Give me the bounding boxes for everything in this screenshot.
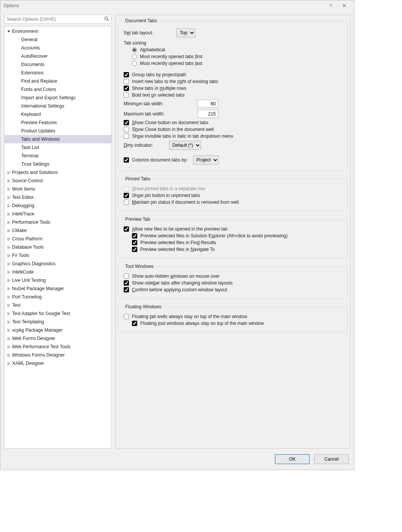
chevron-right-icon (6, 320, 11, 324)
close-button[interactable]: ✕ (338, 3, 351, 9)
chevron-right-icon (6, 345, 11, 349)
cb-preview-find-results[interactable]: Preview selected files in Find Results (124, 240, 344, 245)
cb-close-on-tabs[interactable]: Show Close button on document tabs (124, 120, 344, 125)
tree-item[interactable]: Web Performance Test Tools (5, 343, 111, 351)
chevron-right-icon (6, 354, 11, 357)
cb-pin-button[interactable]: Show pin button in unpinned tabs (124, 193, 344, 198)
tree-item[interactable]: NuGet Package Manager (5, 284, 111, 293)
tree-item-label: Terminal (20, 153, 38, 158)
cb-insert-right[interactable]: Insert new tabs to the right of existing… (124, 79, 344, 84)
tree-item[interactable]: Projects and Solutions (5, 168, 111, 177)
cb-auto-hidden[interactable]: Show auto-hidden windows on mouse over (124, 274, 344, 279)
cb-allow-preview[interactable]: Allow new files to be opened in the prev… (124, 226, 344, 232)
tree-item[interactable]: Web Forms Designer (5, 334, 111, 343)
tree-item[interactable]: Fonts and Colors (5, 85, 111, 94)
chevron-right-icon (6, 279, 11, 282)
tree-item[interactable]: F# Tools (5, 251, 111, 260)
tree-item[interactable]: Performance Tools (5, 218, 111, 226)
max-width-input[interactable] (197, 110, 218, 118)
cb-maintain-pin[interactable]: Maintain pin status if document is remov… (124, 200, 344, 205)
nav-tree[interactable]: EnvironmentGeneralAccountsAutoRecoverDoc… (4, 26, 112, 449)
tree-item[interactable]: Environment (5, 27, 111, 35)
search-box (4, 15, 112, 24)
tree-item-label: Text Editor (11, 195, 34, 200)
ok-button[interactable]: OK (275, 454, 310, 464)
tree-item[interactable]: Live Unit Testing (5, 276, 111, 284)
max-width-label: Maximum tab width: (124, 111, 193, 117)
cb-confirm-layout[interactable]: Confirm before applying custom window la… (124, 287, 344, 292)
tree-item[interactable]: Debugging (5, 201, 111, 210)
tree-item[interactable]: Cross Platform (5, 235, 111, 243)
tree-item-label: Port Tunneling (11, 294, 42, 300)
group-legend: Tool Windows (124, 264, 155, 269)
tree-item-label: International Settings (20, 103, 64, 109)
tree-item[interactable]: Database Tools (5, 243, 111, 251)
tree-item[interactable]: AutoRecover (5, 52, 111, 60)
colorize-by-combo[interactable]: Project (193, 155, 219, 165)
tree-item[interactable]: Tabs and Windows (5, 135, 111, 143)
cb-pinned-separate[interactable]: Show pinned tabs in a separate row (124, 186, 344, 191)
tree-item[interactable]: IntelliCode (5, 268, 111, 276)
tree-item[interactable]: Extensions (5, 69, 111, 77)
dirty-indicator-combo[interactable]: Default (*) (169, 141, 201, 150)
tree-item[interactable]: Product Updates (5, 127, 111, 135)
tree-item[interactable]: Task List (5, 143, 111, 152)
min-width-input[interactable] (197, 100, 218, 108)
tree-item[interactable]: Test (5, 301, 111, 309)
cb-colorize[interactable]: Colorize document tabs by: Project (124, 155, 344, 165)
group-floating-windows: Floating Windows Floating tab wells alwa… (118, 304, 348, 332)
tree-item[interactable]: Source Control (5, 177, 111, 185)
cb-invisible-italic[interactable]: Show invisible tabs in italic in tab dro… (124, 134, 344, 139)
cb-floating-tab-wells[interactable]: Floating tab wells always stay on top of… (124, 314, 344, 319)
tree-item-label: Text Templating (11, 319, 44, 324)
tree-item-label: Test Adapter for Google Test (11, 311, 70, 316)
tree-item[interactable]: Text Editor (5, 193, 111, 201)
tree-item[interactable]: General (5, 35, 111, 44)
tab-sorting-label: Tab sorting (124, 40, 344, 46)
tree-item-label: Web Forms Designer (11, 336, 55, 341)
set-tab-layout-combo[interactable]: Top (176, 28, 195, 37)
radio-recent-last[interactable]: Most recently opened tabs last (132, 61, 344, 66)
tree-item[interactable]: CMake (5, 226, 111, 235)
tree-item[interactable]: International Settings (5, 102, 111, 110)
tree-item[interactable]: Text Templating (5, 318, 111, 326)
tree-item[interactable]: Preview Features (5, 118, 111, 127)
tree-item[interactable]: vcpkg Package Manager (5, 326, 111, 334)
tree-item[interactable]: Accounts (5, 44, 111, 52)
cb-close-in-well[interactable]: Show Close button in the document well (124, 127, 344, 132)
chevron-right-icon (6, 204, 11, 208)
tree-item[interactable]: Trust Settings (5, 160, 111, 168)
tree-item[interactable]: Test Adapter for Google Test (5, 309, 111, 318)
tree-item[interactable]: Terminal (5, 152, 111, 160)
tree-item[interactable]: Work Items (5, 185, 111, 193)
chevron-right-icon (6, 304, 11, 307)
tree-item-label: Preview Features (20, 120, 57, 125)
tree-item[interactable]: IntelliTrace (5, 210, 111, 218)
tree-item[interactable]: Windows Forms Designer (5, 351, 111, 359)
tree-item[interactable]: Port Tunneling (5, 293, 111, 301)
cb-sidebar-tabs[interactable]: Show sidebar tabs after changing window … (124, 280, 344, 286)
tree-item[interactable]: Graphics Diagnostics (5, 260, 111, 268)
cb-preview-navigate-to[interactable]: Preview selected files in Navigate To (124, 247, 344, 252)
tree-item-label: CMake (11, 228, 27, 233)
tree-item[interactable]: Import and Export Settings (5, 94, 111, 102)
search-input[interactable] (4, 15, 112, 24)
cb-bold-selected[interactable]: Bold text on selected tabs (124, 92, 344, 98)
cb-preview-solution-explorer[interactable]: Preview selected files in Solution Explo… (124, 233, 344, 238)
tree-item[interactable]: Keyboard (5, 110, 111, 118)
chevron-right-icon (6, 262, 11, 266)
tree-item-label: vcpkg Package Manager (11, 328, 63, 333)
cb-floating-tool-windows[interactable]: Floating tool windows always stay on top… (124, 321, 344, 326)
help-button[interactable]: ? (324, 3, 338, 9)
cb-multi-row[interactable]: Show tabs in multiple rows (124, 86, 344, 91)
tree-item[interactable]: Find and Replace (5, 77, 111, 85)
tree-item[interactable]: XAML Designer (5, 359, 111, 367)
tree-item-label: Trust Settings (20, 161, 49, 167)
radio-alphabetical[interactable]: Alphabetical (132, 47, 344, 52)
set-tab-layout-label: Set tab layout: (124, 30, 173, 35)
radio-recent-first[interactable]: Most recently opened tabs first (132, 54, 344, 59)
cb-group-tabs[interactable]: Group tabs by project/path (124, 72, 344, 77)
cancel-button[interactable]: Cancel (314, 454, 349, 464)
tree-item[interactable]: Documents (5, 60, 111, 69)
tree-item-label: Documents (20, 62, 44, 67)
